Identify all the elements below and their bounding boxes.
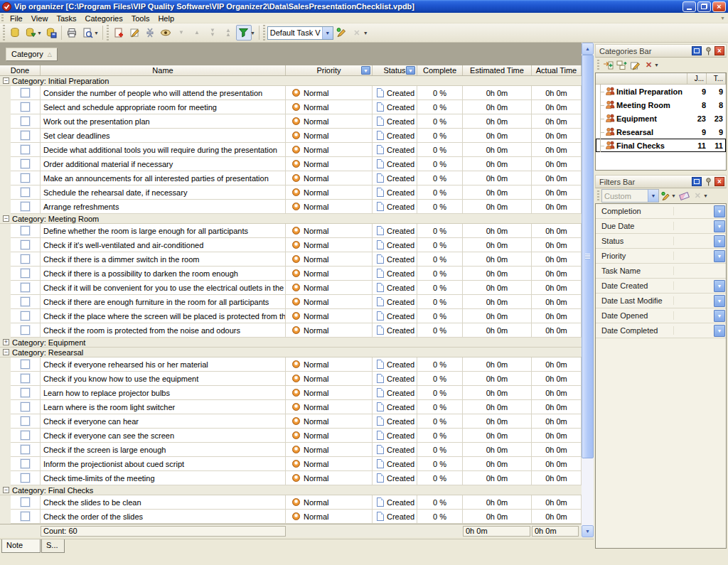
task-checkbox[interactable] [21,283,30,292]
task-done-cell[interactable] [11,171,41,185]
panel-close-icon[interactable]: × [714,46,724,55]
move-bottom-button[interactable]: ▼▼ [205,25,220,41]
task-priority-cell[interactable]: Normal [286,357,373,372]
task-name-cell[interactable]: Check if the room is protected from the … [41,323,286,338]
collapse-icon[interactable]: − [3,77,9,84]
filter-funnel-button[interactable] [236,25,252,41]
task-status-cell[interactable]: Created [373,471,417,485]
task-done-cell[interactable] [11,100,41,114]
chevron-down-icon[interactable]: ▼ [714,235,725,247]
filter-row[interactable]: Date Opened ▼ [596,308,726,323]
expand-icon[interactable]: + [3,339,9,345]
task-done-cell[interactable] [11,114,41,129]
edit-task-button[interactable] [127,25,142,41]
task-name-cell[interactable]: Check if everyone rehearsed his or her m… [41,357,286,372]
task-done-cell[interactable] [11,471,41,485]
task-status-cell[interactable]: Created [373,443,417,457]
category-group-row[interactable]: − Category: Initial Preparation [0,76,582,86]
tab-note[interactable]: Note [1,539,41,553]
task-status-cell[interactable]: Created [373,267,417,281]
task-done-cell[interactable] [11,267,41,281]
column-header-status[interactable]: Status ▼ [373,65,417,75]
task-priority-cell[interactable]: Normal [286,238,373,252]
task-status-cell[interactable]: Created [373,309,417,323]
new-task-button[interactable] [111,25,127,41]
task-checkbox[interactable] [21,459,30,468]
panel-close-icon[interactable]: × [714,177,724,186]
close-button[interactable]: × [712,1,726,12]
delete-view-button[interactable]: ✕ [349,25,365,41]
task-priority-cell[interactable]: Normal [286,143,373,157]
task-name-cell[interactable]: Check if you know how to use the equipme… [41,372,286,386]
task-checkbox[interactable] [21,360,30,369]
filters-toolbar-handle[interactable] [597,190,599,201]
task-priority-cell[interactable]: Normal [286,86,373,100]
task-name-cell[interactable]: Check if everyone can see the screen [41,429,286,443]
column-header-actual-time[interactable]: Actual Time [532,65,582,75]
task-status-cell[interactable]: Created [373,224,417,238]
move-top-button[interactable]: ▲▲ [220,25,236,41]
task-checkbox[interactable] [21,311,30,321]
collapse-icon[interactable]: − [3,215,9,222]
filter-row[interactable]: Status ▼ [596,234,726,249]
filter-dropdown-icon[interactable]: ▼ [250,31,255,36]
task-checkbox[interactable] [21,325,30,335]
task-status-cell[interactable]: Created [373,429,417,443]
task-name-cell[interactable]: Order additional material if necessary [41,157,286,171]
clear-filter-button[interactable] [678,189,691,203]
task-priority-cell[interactable]: Normal [286,157,373,171]
task-done-cell[interactable] [11,238,41,252]
task-row[interactable]: Check the order of the slides Normal Cre… [0,510,582,524]
toolbar-drag-handle2[interactable] [107,25,109,41]
filters-bar-titlebar[interactable]: Filters Bar × [595,175,727,188]
task-checkbox[interactable] [21,254,30,264]
chevron-down-icon[interactable]: ▼ [648,190,658,202]
task-done-cell[interactable] [11,143,41,157]
edit-category-button[interactable] [628,58,642,72]
task-status-cell[interactable]: Created [373,386,417,400]
task-done-cell[interactable] [11,443,41,457]
task-priority-cell[interactable]: Normal [286,372,373,386]
scrollbar-thumb[interactable] [582,55,594,458]
priority-filter-chevron-icon[interactable]: ▼ [361,66,370,75]
task-priority-cell[interactable]: Normal [286,386,373,400]
categories-toolbar-overflow-icon[interactable]: ▼ [654,63,659,68]
vertical-scrollbar[interactable]: ▲ ▼ [582,43,594,537]
task-row[interactable]: Check if the place where the screen will… [0,309,582,323]
task-done-cell[interactable] [11,157,41,171]
column-header-estimated-time[interactable]: Estimated Time [463,65,532,75]
delete-task-button[interactable] [142,25,158,41]
task-status-cell[interactable]: Created [373,143,417,157]
task-checkbox[interactable] [21,131,30,140]
column-header-name[interactable]: Name [41,65,286,75]
task-row[interactable]: Work out the presentation plan Normal Cr… [0,114,582,129]
task-name-cell[interactable]: Check if there is a possibility to darke… [41,267,286,281]
filter-row[interactable]: Completion ▼ [596,204,726,219]
category-list-item[interactable]: Researsal 9 9 [596,125,726,139]
menu-item-view[interactable]: View [27,14,53,23]
filter-row[interactable]: Date Last Modifie ▼ [596,294,726,308]
task-priority-cell[interactable]: Normal [286,224,373,238]
task-done-cell[interactable] [11,224,41,238]
task-row[interactable]: Check if you know how to use the equipme… [0,372,582,386]
manage-views-button[interactable] [333,25,349,41]
task-checkbox[interactable] [21,416,30,426]
task-priority-cell[interactable]: Normal [286,100,373,114]
filter-row[interactable]: Task Name [596,264,726,279]
task-name-cell[interactable]: Check if it's well-ventilated and air-co… [41,238,286,252]
category-list-item[interactable]: Final Checks 11 11 [596,139,726,152]
task-status-cell[interactable]: Created [373,100,417,114]
task-status-cell[interactable]: Created [373,372,417,386]
task-status-cell[interactable]: Created [373,295,417,309]
task-status-cell[interactable]: Created [373,114,417,129]
save-database-button[interactable] [43,25,59,41]
collapse-icon[interactable]: − [3,349,9,355]
task-row[interactable]: Check if there is a possibility to darke… [0,267,582,281]
task-row[interactable]: Learn how to replace projector bulbs Nor… [0,386,582,400]
task-status-cell[interactable]: Created [373,323,417,338]
task-done-cell[interactable] [11,281,41,295]
task-status-cell[interactable]: Created [373,200,417,214]
column-header-priority[interactable]: Priority ▼ [286,65,373,75]
task-status-cell[interactable]: Created [373,129,417,143]
task-priority-cell[interactable]: Normal [286,185,373,200]
